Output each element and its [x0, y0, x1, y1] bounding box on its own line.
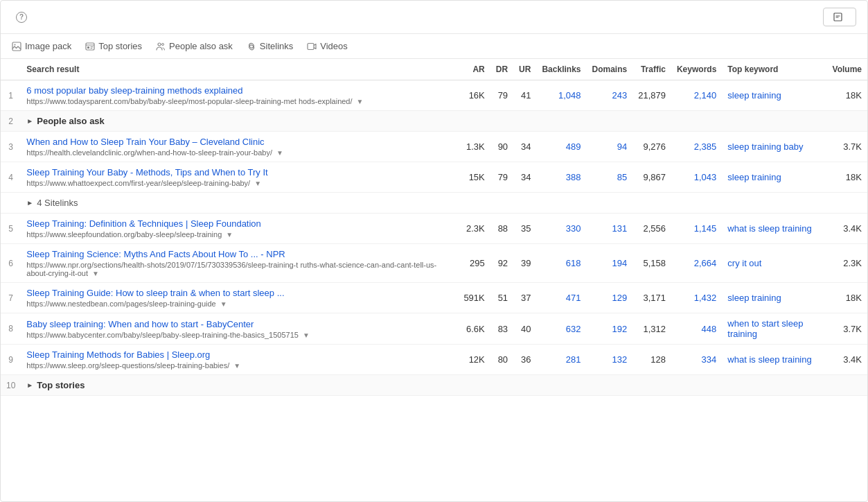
sitelinks-num	[1, 193, 21, 214]
expand-label[interactable]: ► Top stories	[26, 380, 862, 390]
url-link[interactable]: https://health.clevelandclinic.org/when-…	[26, 148, 272, 157]
url-dropdown-arrow[interactable]: ▼	[357, 98, 364, 105]
col-top-keyword: Top keyword	[722, 59, 826, 80]
result-title-link[interactable]: Sleep Training Science: Myths And Facts …	[26, 249, 285, 259]
top-keyword-link[interactable]: sleep training	[727, 293, 781, 303]
top-keyword-link[interactable]: sleep training	[727, 90, 781, 101]
url-link[interactable]: https://www.sleep.org/sleep-questions/sl…	[26, 361, 229, 370]
row-num: 9	[1, 345, 21, 375]
result-title-link[interactable]: Sleep Training Methods for Babies | Slee…	[26, 349, 210, 360]
url-dropdown-arrow[interactable]: ▼	[220, 300, 227, 308]
ur-val: 37	[513, 283, 536, 313]
sitelinks-label[interactable]: ► 4 Sitelinks	[26, 198, 862, 208]
expand-label[interactable]: ► People also ask	[26, 116, 862, 126]
video-icon	[307, 42, 317, 51]
expand-cell[interactable]: ► Top stories	[21, 375, 867, 396]
result-title-link[interactable]: Sleep Training Your Baby - Methods, Tips…	[26, 167, 267, 178]
domains-link[interactable]: 129	[612, 293, 627, 303]
export-button[interactable]	[823, 8, 856, 26]
url-link[interactable]: https://www.npr.org/sections/health-shot…	[26, 261, 436, 277]
domains-link[interactable]: 131	[612, 223, 627, 234]
result-cell: 6 most popular baby sleep-training metho…	[21, 80, 458, 111]
svg-rect-4	[87, 46, 89, 49]
dr-val: 83	[490, 313, 513, 345]
backlinks-link[interactable]: 281	[566, 354, 581, 365]
top-keyword-link[interactable]: what is sleep training	[727, 223, 811, 234]
header-title: ?	[12, 12, 27, 23]
backlinks-link[interactable]: 489	[566, 141, 581, 152]
domains-link[interactable]: 85	[617, 172, 627, 182]
backlinks-link[interactable]: 632	[566, 324, 581, 334]
keywords-link[interactable]: 2,664	[694, 258, 717, 268]
keywords-link[interactable]: 2,140	[694, 90, 717, 101]
result-title-link[interactable]: When and How to Sleep Train Your Baby – …	[26, 137, 264, 147]
expand-row[interactable]: 10 ► Top stories	[1, 375, 867, 396]
domains-link[interactable]: 94	[617, 141, 627, 152]
table-row: 4 Sleep Training Your Baby - Methods, Ti…	[1, 162, 867, 193]
result-url: https://www.nestedbean.com/pages/sleep-t…	[26, 300, 452, 308]
backlinks-link[interactable]: 471	[566, 293, 581, 303]
url-dropdown-arrow[interactable]: ▼	[233, 362, 240, 370]
top-keyword-link[interactable]: when to start sleep training	[727, 318, 803, 339]
keywords-link[interactable]: 1,145	[694, 223, 717, 234]
traffic-val: 3,171	[632, 283, 671, 313]
nav-item-top-stories[interactable]: Top stories	[85, 40, 142, 53]
volume-val: 18K	[827, 283, 867, 313]
url-link[interactable]: https://www.whattoexpect.com/first-year/…	[26, 179, 250, 187]
top-keyword-link[interactable]: what is sleep training	[727, 354, 811, 365]
result-title-link[interactable]: 6 most popular baby sleep-training metho…	[26, 85, 242, 96]
nav-item-people-also-ask[interactable]: People also ask	[156, 40, 233, 53]
nav-item-image-pack[interactable]: Image pack	[12, 40, 71, 53]
keywords-link[interactable]: 2,385	[694, 141, 717, 152]
link-icon	[247, 42, 256, 51]
result-title-link[interactable]: Sleep Training Guide: How to sleep train…	[26, 288, 284, 298]
domains-link[interactable]: 194	[612, 258, 627, 268]
ur-val: 34	[513, 132, 536, 162]
keywords-link[interactable]: 1,043	[694, 172, 717, 182]
backlinks-link[interactable]: 1,048	[558, 90, 581, 101]
url-dropdown-arrow[interactable]: ▼	[276, 149, 283, 157]
result-title-link[interactable]: Baby sleep training: When and how to sta…	[26, 319, 254, 329]
help-icon[interactable]: ?	[16, 12, 27, 23]
backlinks-val: 1,048	[536, 80, 586, 111]
url-dropdown-arrow[interactable]: ▼	[303, 331, 310, 339]
keywords-link[interactable]: 448	[702, 324, 717, 334]
url-dropdown-arrow[interactable]: ▼	[254, 180, 261, 187]
top-keyword-link[interactable]: sleep training baby	[727, 141, 803, 152]
table-row: 5 Sleep Training: Definition & Technique…	[1, 214, 867, 244]
keywords-link[interactable]: 1,432	[694, 293, 717, 303]
result-title: Sleep Training Your Baby - Methods, Tips…	[26, 167, 452, 178]
result-title: 6 most popular baby sleep-training metho…	[26, 85, 452, 96]
row-num: 4	[1, 162, 21, 193]
backlinks-link[interactable]: 618	[566, 258, 581, 268]
url-dropdown-arrow[interactable]: ▼	[92, 270, 99, 277]
keywords-val: 2,664	[671, 244, 722, 283]
col-search-result: Search result	[21, 59, 458, 80]
url-link[interactable]: https://www.babycenter.com/baby/sleep/ba…	[26, 331, 299, 339]
domains-link[interactable]: 192	[612, 324, 627, 334]
url-link[interactable]: https://www.nestedbean.com/pages/sleep-t…	[26, 300, 215, 308]
result-cell: Sleep Training Methods for Babies | Slee…	[21, 345, 458, 375]
keywords-link[interactable]: 334	[702, 354, 717, 365]
result-title: Sleep Training Guide: How to sleep train…	[26, 288, 452, 298]
backlinks-val: 330	[536, 214, 586, 244]
domains-link[interactable]: 132	[612, 354, 627, 365]
row-num: 5	[1, 214, 21, 244]
result-cell: Sleep Training Guide: How to sleep train…	[21, 283, 458, 313]
top-keyword-val: what is sleep training	[722, 345, 826, 375]
result-title: When and How to Sleep Train Your Baby – …	[26, 137, 452, 147]
top-keyword-link[interactable]: cry it out	[727, 258, 761, 268]
top-keyword-link[interactable]: sleep training	[727, 172, 781, 182]
backlinks-link[interactable]: 330	[566, 223, 581, 234]
nav-item-videos[interactable]: Videos	[307, 40, 348, 53]
backlinks-link[interactable]: 388	[566, 172, 581, 182]
expand-row[interactable]: 2 ► People also ask	[1, 111, 867, 132]
url-link[interactable]: https://www.todaysparent.com/baby/baby-s…	[26, 97, 352, 105]
url-dropdown-arrow[interactable]: ▼	[226, 231, 233, 239]
expand-cell[interactable]: ► People also ask	[21, 111, 867, 132]
domains-link[interactable]: 243	[612, 90, 627, 101]
url-link[interactable]: https://www.sleepfoundation.org/baby-sle…	[26, 230, 222, 239]
result-title-link[interactable]: Sleep Training: Definition & Techniques …	[26, 218, 260, 229]
col-dr: DR	[490, 59, 513, 80]
nav-item-sitelinks[interactable]: Sitelinks	[247, 40, 293, 53]
